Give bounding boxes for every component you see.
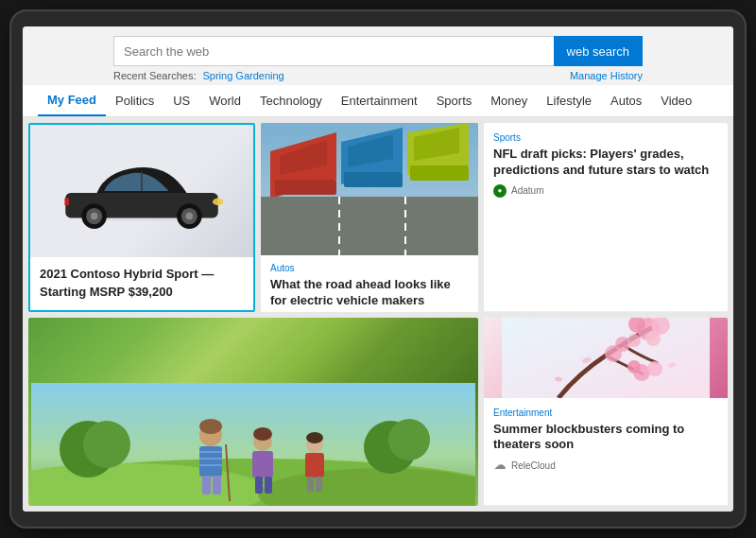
svg-rect-42 xyxy=(305,453,324,477)
entertainment-card[interactable]: Entertainment Summer blockbusters coming… xyxy=(484,318,728,507)
svg-rect-37 xyxy=(252,451,273,477)
svg-rect-33 xyxy=(213,476,221,495)
svg-rect-28 xyxy=(199,446,222,477)
svg-point-49 xyxy=(645,331,661,346)
autos-card-body: Autos What the road ahead looks like for… xyxy=(261,255,478,312)
outdoor-card[interactable] xyxy=(28,318,478,507)
sports-category: Sports xyxy=(493,132,718,143)
outdoor-image xyxy=(28,318,478,507)
nav-item-world[interactable]: World xyxy=(199,86,250,115)
svg-rect-10 xyxy=(64,199,69,206)
ad-card-footer: contoso.com | Sponsored xyxy=(30,308,253,312)
manage-history-link[interactable]: Manage History xyxy=(570,70,643,81)
entertainment-card-body: Entertainment Summer blockbusters coming… xyxy=(484,398,728,507)
ad-card-title: 2021 Contoso Hybrid Sport — Starting MSR… xyxy=(40,267,214,299)
sports-card-title: NFL draft picks: Players' grades, predic… xyxy=(493,147,718,179)
entertainment-source-row: ☁ ReleCloud xyxy=(493,459,718,472)
svg-point-23 xyxy=(83,421,130,468)
nav-bar: My Feed Politics US World Technology Ent… xyxy=(23,85,733,117)
entertainment-source-icon: ☁ xyxy=(493,459,507,472)
svg-point-9 xyxy=(213,199,223,206)
search-row: web search xyxy=(113,36,643,66)
autos-card-title: What the road ahead looks like for elect… xyxy=(270,277,469,309)
svg-point-36 xyxy=(253,427,272,441)
svg-point-52 xyxy=(627,360,641,373)
nav-item-video[interactable]: Video xyxy=(651,86,701,115)
search-area: web search Recent Searches: Spring Garde… xyxy=(23,26,733,85)
nav-item-myfeed[interactable]: My Feed xyxy=(38,85,106,116)
nav-item-money[interactable]: Money xyxy=(481,86,537,115)
sports-source-icon: ● xyxy=(493,184,507,198)
autos-card[interactable]: Autos What the road ahead looks like for… xyxy=(261,123,478,312)
sports-source-row: ● Adatum xyxy=(493,184,718,198)
svg-rect-12 xyxy=(275,180,336,195)
svg-point-51 xyxy=(647,361,662,376)
entertainment-category: Entertainment xyxy=(493,408,718,418)
tablet-frame: web search Recent Searches: Spring Garde… xyxy=(9,9,747,529)
sports-card[interactable]: Sports NFL draft picks: Players' grades,… xyxy=(484,123,728,312)
ad-car-image xyxy=(30,125,253,257)
screen: web search Recent Searches: Spring Garde… xyxy=(23,26,733,512)
svg-rect-15 xyxy=(261,197,478,255)
nav-item-technology[interactable]: Technology xyxy=(250,86,332,115)
recent-search-link[interactable]: Spring Gardening xyxy=(203,70,284,81)
svg-rect-39 xyxy=(265,477,272,494)
search-button[interactable]: web search xyxy=(554,36,643,66)
entertainment-source-label: ReleCloud xyxy=(511,460,556,471)
autos-category: Autos xyxy=(270,263,469,273)
entertainment-card-title: Summer blockbusters coming to theaters s… xyxy=(493,422,718,454)
svg-rect-32 xyxy=(202,476,211,495)
svg-point-54 xyxy=(627,334,641,347)
nav-item-us[interactable]: US xyxy=(163,86,199,115)
svg-rect-38 xyxy=(255,477,263,494)
nav-item-sports[interactable]: Sports xyxy=(427,86,482,115)
sports-source-label: Adatum xyxy=(511,185,543,196)
nav-item-autos[interactable]: Autos xyxy=(601,86,651,115)
svg-point-55 xyxy=(605,345,622,362)
search-meta-row: Recent Searches: Spring Gardening Manage… xyxy=(113,70,643,81)
recent-searches-label: Recent Searches: Spring Gardening xyxy=(113,70,284,81)
ad-card[interactable]: 2021 Contoso Hybrid Sport — Starting MSR… xyxy=(28,123,255,312)
sports-card-body: Sports NFL draft picks: Players' grades,… xyxy=(484,123,728,312)
content-grid: 2021 Contoso Hybrid Sport — Starting MSR… xyxy=(23,117,733,512)
svg-point-8 xyxy=(186,213,194,220)
svg-rect-43 xyxy=(307,477,314,492)
autos-card-image xyxy=(261,123,478,255)
ad-card-body: 2021 Contoso Hybrid Sport — Starting MSR… xyxy=(30,257,253,308)
nav-item-lifestyle[interactable]: Lifestyle xyxy=(537,86,601,115)
svg-point-27 xyxy=(199,419,222,434)
svg-rect-14 xyxy=(410,165,469,181)
nav-item-entertainment[interactable]: Entertainment xyxy=(332,86,427,115)
svg-rect-13 xyxy=(344,172,403,187)
svg-rect-44 xyxy=(316,477,322,492)
svg-point-25 xyxy=(388,419,430,460)
entertainment-card-image xyxy=(484,318,728,398)
nav-item-politics[interactable]: Politics xyxy=(106,86,163,115)
svg-point-41 xyxy=(306,432,323,443)
search-input[interactable] xyxy=(113,36,554,66)
svg-point-5 xyxy=(91,213,98,220)
